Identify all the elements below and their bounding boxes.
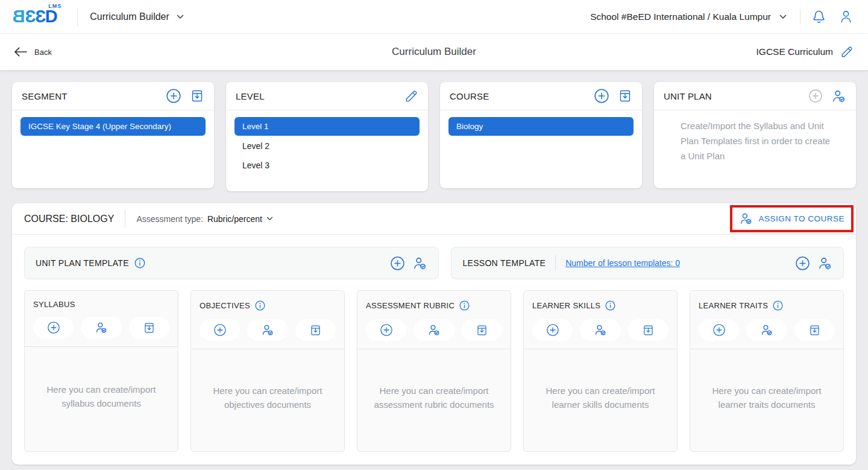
learner-traits-assign-button[interactable]: [746, 319, 787, 341]
pencil-icon: [840, 45, 854, 59]
assessment-type-select[interactable]: Assessment type: Rubric/percent: [125, 211, 273, 227]
person-check-icon: [817, 256, 832, 271]
assign-unit-plan-button[interactable]: [831, 89, 846, 104]
add-lesson-template-button[interactable]: [795, 256, 810, 271]
info-icon: [605, 300, 616, 311]
syllabus-placeholder: Here you can create/import syllabus docu…: [25, 347, 178, 451]
unit-plan-placeholder: Create/Import the Syllabus and Unit Plan…: [681, 118, 831, 164]
segment-item[interactable]: IGCSE Key Stage 4 (Upper Secondary): [20, 117, 206, 136]
import-segment-button[interactable]: [190, 89, 204, 103]
account-button[interactable]: [837, 8, 855, 25]
template-bars: UNIT PLAN TEMPLATE: [24, 247, 844, 279]
lesson-templates-count-link[interactable]: Number of lesson templates: 0: [555, 255, 680, 271]
syllabus-assign-button[interactable]: [81, 317, 121, 338]
school-selector[interactable]: School #BeED International / Kuala Lumpu…: [590, 11, 787, 22]
syllabus-add-button[interactable]: [33, 317, 74, 338]
assessment-rubric-assign-button[interactable]: [414, 319, 454, 341]
person-check-icon: [739, 212, 753, 226]
objectives-assign-button[interactable]: [247, 319, 288, 341]
back-label: Back: [34, 48, 52, 57]
assessment-rubric-card-title: ASSESSMENT RUBRIC: [366, 301, 454, 310]
objectives-info-button[interactable]: [254, 300, 266, 311]
person-check-icon: [831, 89, 846, 104]
main-content: SEGMENT IGCSE Key Stage 4 (Upper Seconda…: [0, 70, 868, 470]
learner-skills-placeholder: Here you can create/import learner skill…: [524, 349, 677, 451]
assign-to-course-button[interactable]: ASSIGN TO COURSE: [739, 212, 844, 226]
course-section-title: COURSE: BIOLOGY: [24, 214, 114, 224]
assessment-rubric-add-button[interactable]: [366, 319, 406, 341]
unit-plan-panel-title: UNIT PLAN: [664, 91, 712, 101]
assign-unit-plan-template-button[interactable]: [412, 256, 427, 271]
level-panel: LEVEL Level 1 Level 2 Level 3: [226, 82, 428, 191]
plus-circle-icon: [795, 256, 810, 271]
add-unit-plan-button[interactable]: [808, 89, 823, 103]
back-button[interactable]: Back: [14, 47, 52, 57]
app-header: BƐƐD LMS Curriculum Builder School #BeED…: [0, 0, 868, 34]
objectives-card-title: OBJECTIVES: [200, 301, 250, 310]
lesson-template-title: LESSON TEMPLATE: [462, 258, 546, 268]
course-panel-title: COURSE: [450, 91, 489, 101]
chevron-down-icon: [779, 14, 787, 19]
logo-letter: Ɛ: [35, 7, 45, 26]
learner-traits-info-button[interactable]: [772, 300, 784, 311]
learner-skills-info-button[interactable]: [605, 300, 616, 311]
level-item[interactable]: Level 1: [234, 117, 420, 136]
beed-lms-logo: BƐƐD LMS: [13, 8, 65, 25]
add-course-button[interactable]: [594, 88, 609, 104]
assessment-rubric-import-button[interactable]: [462, 319, 502, 341]
assign-lesson-template-button[interactable]: [817, 256, 832, 271]
curriculum-name: IGCSE Curriculum: [756, 46, 833, 57]
learner-skills-add-button[interactable]: [532, 319, 573, 341]
app-menu-curriculum-builder[interactable]: Curriculum Builder: [90, 11, 184, 22]
bell-icon: [811, 9, 826, 24]
person-icon: [838, 9, 854, 24]
info-icon: [134, 257, 146, 269]
school-selector-label: School #BeED International / Kuala Lumpu…: [590, 11, 771, 22]
logo-letter: Ɛ: [25, 7, 35, 26]
course-section: COURSE: BIOLOGY Assessment type: Rubric/…: [12, 203, 856, 465]
divider: [77, 8, 78, 26]
unit-plan-template-info-button[interactable]: [134, 257, 146, 269]
notifications-button[interactable]: [810, 8, 828, 25]
add-unit-plan-template-button[interactable]: [390, 256, 405, 271]
syllabus-import-button[interactable]: [129, 317, 169, 338]
objectives-import-button[interactable]: [295, 319, 336, 341]
person-check-icon: [95, 321, 108, 334]
segment-panel: SEGMENT IGCSE Key Stage 4 (Upper Seconda…: [12, 82, 214, 188]
import-box-icon: [143, 322, 156, 334]
edit-levels-button[interactable]: [404, 89, 418, 103]
logo-letter: D: [45, 7, 57, 26]
pencil-icon: [404, 89, 418, 103]
level-item[interactable]: Level 2: [234, 136, 420, 155]
person-check-icon: [412, 256, 427, 271]
import-box-icon: [642, 324, 655, 337]
learner-traits-import-button[interactable]: [794, 319, 835, 341]
learner-traits-add-button[interactable]: [699, 319, 739, 341]
plus-circle-icon: [594, 88, 609, 104]
assessment-rubric-placeholder: Here you can create/import assessment ru…: [357, 349, 511, 451]
syllabus-card-title: SYLLABUS: [33, 300, 75, 309]
plus-circle-icon: [166, 88, 181, 104]
level-item[interactable]: Level 3: [234, 156, 420, 174]
import-course-button[interactable]: [618, 89, 632, 103]
document-cards: SYLLABUS Here you can create/import syll…: [24, 290, 844, 452]
learner-traits-placeholder: Here you can create/import learner trait…: [690, 349, 843, 451]
edit-curriculum-button[interactable]: [840, 45, 854, 59]
learner-skills-import-button[interactable]: [628, 319, 668, 341]
app-menu-label: Curriculum Builder: [90, 11, 169, 22]
course-section-header: COURSE: BIOLOGY Assessment type: Rubric/…: [12, 203, 856, 235]
course-item[interactable]: Biology: [448, 117, 634, 136]
assign-to-course-label: ASSIGN TO COURSE: [758, 214, 844, 223]
plus-circle-icon: [712, 323, 726, 337]
info-icon: [254, 300, 266, 311]
assessment-rubric-info-button[interactable]: [459, 300, 470, 311]
import-box-icon: [618, 89, 632, 103]
import-box-icon: [309, 324, 322, 337]
add-segment-button[interactable]: [166, 88, 181, 104]
learner-skills-assign-button[interactable]: [580, 319, 620, 341]
learner-skills-card: LEARNER SKILLS Here you can create/impor…: [523, 290, 678, 452]
page-toolbar: Back Curriculum Builder IGCSE Curriculum: [0, 34, 868, 70]
assign-to-course-highlight: ASSIGN TO COURSE: [730, 205, 854, 232]
objectives-add-button[interactable]: [200, 319, 240, 341]
learner-traits-card-title: LEARNER TRAITS: [699, 301, 768, 310]
